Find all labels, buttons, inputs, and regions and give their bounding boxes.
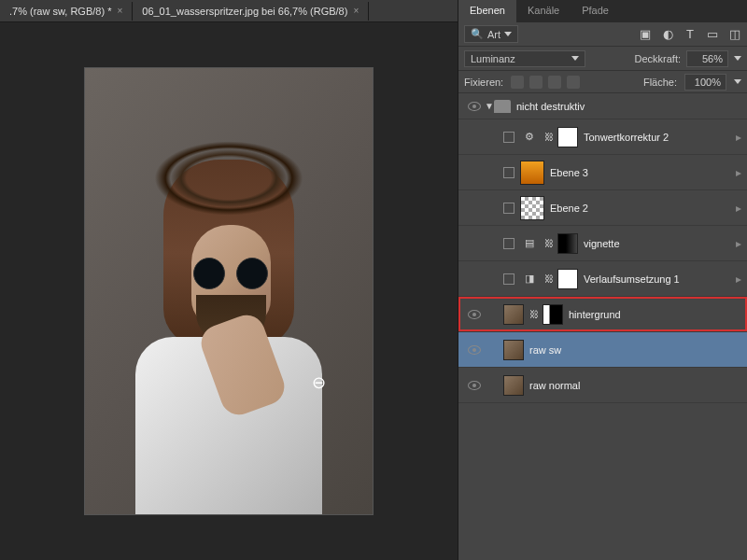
checkbox[interactable] [503, 273, 514, 285]
tab-kanale[interactable]: Kanäle [516, 0, 571, 22]
canvas-area: .7% (raw sw, RGB/8) * × 06_01_wasserspri… [0, 0, 458, 560]
visibility-toggle[interactable] [468, 102, 481, 111]
panel-toolbar: 🔍 Art ▣ ◐ T ▭ ◫ [458, 22, 747, 47]
lock-row: Fixieren: Fläche: 100% [458, 71, 747, 93]
levels-icon: ⚙ [520, 128, 539, 147]
layer-name: vignette [584, 238, 728, 249]
mask-thumb[interactable] [543, 304, 563, 325]
lock-position-icon[interactable] [548, 76, 561, 89]
close-icon[interactable]: × [117, 6, 122, 16]
layer-name: Verlaufsumsetzung 1 [584, 273, 728, 285]
link-icon: ⛓ [544, 273, 552, 284]
link-icon: ⛓ [529, 309, 537, 319]
zoom-out-cursor-icon: ⊖ [312, 372, 326, 393]
menu-icon[interactable]: ▸ [728, 131, 741, 144]
layer-thumb[interactable] [503, 340, 524, 360]
mask-thumb[interactable] [557, 233, 578, 254]
filter-smart-icon[interactable]: ◫ [728, 28, 741, 41]
blend-mode-dropdown[interactable]: Luminanz [464, 50, 585, 67]
blend-label: Luminanz [471, 53, 515, 64]
checkbox[interactable] [503, 203, 514, 214]
layers-panel: Ebenen Kanäle Pfade 🔍 Art ▣ ◐ T ▭ ◫ Lumi… [458, 0, 747, 560]
filter-shape-icon[interactable]: ▭ [706, 28, 719, 41]
layer-vignette[interactable]: ▤ ⛓ vignette ▸ [458, 226, 747, 261]
layer-name: hintergrund [569, 309, 741, 320]
filter-type-dropdown[interactable]: 🔍 Art [464, 25, 518, 43]
fill-input[interactable]: 100% [684, 74, 726, 91]
tab-pfade[interactable]: Pfade [571, 0, 620, 22]
layer-name: Ebene 2 [550, 203, 728, 214]
link-icon: ⛓ [544, 132, 552, 142]
filter-image-icon[interactable]: ▣ [639, 28, 652, 41]
layer-thumb[interactable] [503, 375, 524, 396]
filter-text-icon[interactable]: T [684, 28, 697, 41]
layer-thumb[interactable] [520, 161, 544, 185]
lock-paint-icon[interactable] [529, 76, 543, 89]
opacity-input[interactable]: 56% [686, 50, 728, 67]
menu-icon[interactable]: ▸ [728, 273, 741, 286]
document-tab-1[interactable]: .7% (raw sw, RGB/8) * × [0, 2, 133, 21]
mask-thumb[interactable] [557, 269, 578, 289]
checkbox[interactable] [503, 238, 514, 249]
visibility-toggle[interactable] [468, 345, 481, 355]
layer-raw-normal[interactable]: raw normal [458, 368, 747, 403]
layer-name: Ebene 3 [550, 167, 728, 178]
panel-tabs: Ebenen Kanäle Pfade [458, 0, 747, 22]
image-subject [126, 132, 331, 486]
visibility-toggle[interactable] [468, 381, 481, 390]
visibility-toggle[interactable] [468, 310, 481, 319]
dropdown-label: Art [487, 29, 500, 40]
opacity-label: Deckkraft: [634, 53, 681, 64]
layer-tonwert[interactable]: ⚙ ⛓ Tonwertkorrektur 2 ▸ [458, 119, 747, 155]
layer-hintergrund[interactable]: ⛓ hintergrund [458, 297, 747, 332]
folder-icon [494, 100, 511, 113]
layer-verlauf[interactable]: ◨ ⛓ Verlaufsumsetzung 1 ▸ [458, 261, 747, 297]
fill-label: Fläche: [643, 77, 677, 88]
document-tabs: .7% (raw sw, RGB/8) * × 06_01_wasserspri… [0, 0, 458, 22]
layer-ebene3[interactable]: Ebene 3 ▸ [458, 155, 747, 190]
mask-thumb[interactable] [557, 127, 578, 147]
levels-icon: ▤ [520, 234, 539, 253]
layer-ebene2[interactable]: Ebene 2 ▸ [458, 190, 747, 226]
tab-label: 06_01_wasserspritzer.jpg bei 66,7% (RGB/… [142, 6, 347, 17]
layer-name: Tonwertkorrektur 2 [584, 132, 728, 143]
menu-icon[interactable]: ▸ [728, 202, 741, 215]
gradient-map-icon: ◨ [520, 270, 539, 288]
layer-name: raw normal [529, 380, 741, 391]
checkbox[interactable] [503, 167, 514, 178]
lock-label: Fixieren: [464, 77, 503, 88]
chevron-down-icon[interactable] [734, 79, 741, 84]
blend-row: Luminanz Deckkraft: 56% [458, 47, 747, 71]
layers-list: ▼ nicht destruktiv ⚙ ⛓ Tonwertkorrektur … [458, 93, 747, 560]
chevron-down-icon[interactable] [734, 56, 741, 61]
lock-all-icon[interactable] [567, 76, 580, 89]
layer-name: nicht destruktiv [516, 101, 741, 112]
layer-thumb[interactable] [503, 304, 524, 325]
filter-adjust-icon[interactable]: ◐ [661, 28, 674, 41]
chevron-down-icon[interactable]: ▼ [485, 101, 494, 111]
menu-icon[interactable]: ▸ [728, 166, 741, 179]
document-image[interactable]: ⊖ [84, 67, 374, 515]
layer-group[interactable]: ▼ nicht destruktiv [458, 93, 747, 119]
layer-raw-sw[interactable]: raw sw [458, 332, 747, 368]
checkbox[interactable] [503, 132, 514, 143]
chevron-down-icon [571, 56, 579, 61]
search-icon: 🔍 [471, 28, 484, 40]
tab-label: .7% (raw sw, RGB/8) * [9, 6, 111, 17]
link-icon: ⛓ [544, 238, 552, 248]
close-icon[interactable]: × [353, 6, 359, 16]
layer-name: raw sw [529, 344, 741, 356]
workspace[interactable]: ⊖ [0, 22, 458, 560]
chevron-down-icon [504, 32, 512, 36]
tab-ebenen[interactable]: Ebenen [458, 0, 516, 22]
lock-transparent-icon[interactable] [511, 76, 524, 89]
document-tab-2[interactable]: 06_01_wasserspritzer.jpg bei 66,7% (RGB/… [133, 2, 369, 21]
menu-icon[interactable]: ▸ [728, 237, 741, 250]
layer-thumb[interactable] [520, 196, 544, 220]
